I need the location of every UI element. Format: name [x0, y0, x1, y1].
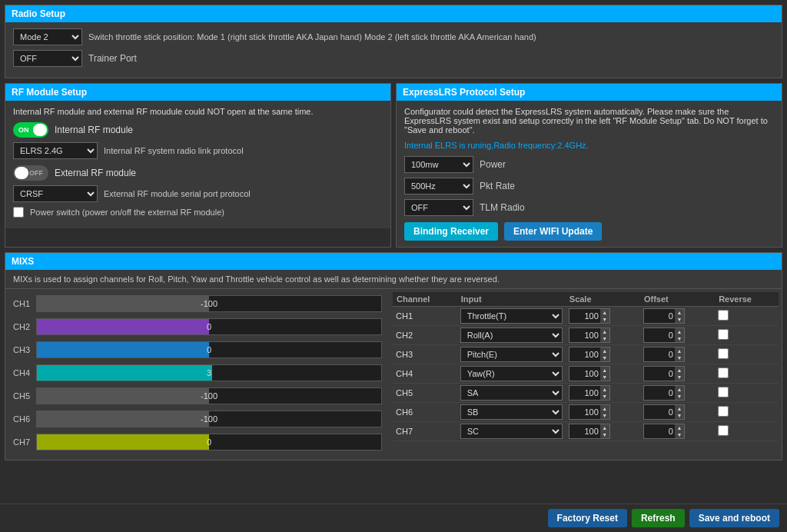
ch7-bar-row: CH7 0 — [13, 432, 382, 452]
channel-table-wrap: Channel Input Scale Offset Reverse CH1 T… — [390, 289, 782, 460]
ch1-label: CH1 — [13, 299, 36, 308]
external-protocol-select[interactable]: CRSF SBUS PPM — [13, 185, 98, 202]
ch2-scale-input[interactable] — [569, 328, 600, 342]
trainer-select[interactable]: OFF Slave Master — [13, 50, 82, 67]
ch6-bar-row: CH6 -100 — [13, 409, 382, 429]
ch1-offset-up[interactable]: ▲ — [675, 309, 684, 316]
ch6-scale-input[interactable] — [569, 405, 600, 419]
ch2-offset-input[interactable] — [644, 328, 675, 342]
ch1-scale-up[interactable]: ▲ — [600, 309, 609, 316]
ch7-offset-down[interactable]: ▼ — [675, 431, 684, 438]
power-switch-checkbox[interactable] — [13, 207, 24, 218]
ch3-offset-up[interactable]: ▲ — [675, 347, 684, 354]
ch3-bar-container: 0 — [36, 341, 382, 358]
ch2-offset-up[interactable]: ▲ — [675, 328, 684, 335]
ch1-scale-input[interactable] — [569, 309, 600, 323]
mixs-description: MIXs is used to assign channels for Roll… — [5, 270, 782, 289]
ch2-value: 0 — [207, 322, 211, 331]
ch6-scale-up[interactable]: ▲ — [600, 405, 609, 412]
internal-rf-label: Internal RF module — [55, 125, 133, 135]
factory-reset-button[interactable]: Factory Reset — [548, 509, 627, 527]
ch2-input-select[interactable]: Throttle(T)Roll(A)Pitch(E)Yaw(R)SASBSC — [460, 328, 563, 343]
ch2-offset-down[interactable]: ▼ — [675, 335, 684, 342]
ch5-input-select[interactable]: Throttle(T)Roll(A)Pitch(E)Yaw(R)SASBSC — [460, 385, 563, 401]
ch1-offset-spinbox: ▲ ▼ — [643, 308, 685, 324]
ch7-bar-container: 0 — [36, 434, 382, 451]
save-reboot-button[interactable]: Save and reboot — [689, 509, 779, 527]
ch2-reverse[interactable] — [718, 329, 729, 340]
ch2-bar-container: 0 — [36, 318, 382, 335]
channel-table: Channel Input Scale Offset Reverse CH1 T… — [393, 292, 779, 441]
table-row: CH2 Throttle(T)Roll(A)Pitch(E)Yaw(R)SASB… — [393, 326, 779, 345]
ch6-offset-input[interactable] — [644, 405, 675, 419]
ch4-scale-up[interactable]: ▲ — [600, 367, 609, 374]
internal-rf-toggle[interactable]: ON — [13, 122, 48, 138]
ch3-offset-input[interactable] — [644, 347, 675, 361]
ch6-input-select[interactable]: Throttle(T)Roll(A)Pitch(E)Yaw(R)SASBSC — [460, 404, 563, 420]
ch6-offset-down[interactable]: ▼ — [675, 412, 684, 419]
ch2-scale-up[interactable]: ▲ — [600, 328, 609, 335]
ch1-reverse[interactable] — [718, 310, 729, 321]
ch3-offset-down[interactable]: ▼ — [675, 354, 684, 361]
ch6-offset-up[interactable]: ▲ — [675, 405, 684, 412]
ch4-offset-input[interactable] — [644, 367, 675, 381]
pkt-rate-select[interactable]: 50Hz 150Hz 250Hz 500Hz — [404, 178, 473, 195]
ch6-scale-down[interactable]: ▼ — [600, 412, 609, 419]
ch3-input-select[interactable]: Throttle(T)Roll(A)Pitch(E)Yaw(R)SASBSC — [460, 347, 563, 362]
ch7-offset-up[interactable]: ▲ — [675, 424, 684, 431]
ch4-offset-down[interactable]: ▼ — [675, 374, 684, 381]
ch3-scale-input[interactable] — [569, 347, 600, 361]
enter-wifi-button[interactable]: Enter WIFI Update — [504, 222, 602, 241]
ch7-scale-input[interactable] — [569, 424, 600, 438]
row-ch2: CH2 — [393, 326, 457, 345]
ch1-input-select[interactable]: Throttle(T)Roll(A)Pitch(E)Yaw(R)SASBSC — [460, 308, 563, 324]
ch5-scale-up[interactable]: ▲ — [600, 386, 609, 393]
ch4-scale-down[interactable]: ▼ — [600, 374, 609, 381]
tlm-select[interactable]: OFF 1:2 1:4 1:8 — [404, 199, 473, 216]
internal-protocol-select[interactable]: ELRS 2.4G ELRS 900M CRSF — [13, 142, 98, 159]
external-rf-toggle[interactable]: OFF — [13, 165, 48, 181]
ch1-offset-input[interactable] — [644, 309, 675, 323]
ch5-reverse[interactable] — [718, 387, 729, 397]
ch1-offset-down[interactable]: ▼ — [675, 316, 684, 323]
ch3-scale-up[interactable]: ▲ — [600, 347, 609, 354]
ch7-reverse[interactable] — [718, 425, 729, 436]
ch2-label: CH2 — [13, 322, 36, 331]
mode-select[interactable]: Mode 1 Mode 2 Mode 3 Mode 4 — [13, 28, 82, 45]
ch5-scale-down[interactable]: ▼ — [600, 393, 609, 400]
ch7-input-select[interactable]: Throttle(T)Roll(A)Pitch(E)Yaw(R)SASBSC — [460, 424, 563, 439]
ch4-offset-up[interactable]: ▲ — [675, 367, 684, 374]
ch4-reverse[interactable] — [718, 367, 729, 378]
ch3-scale-down[interactable]: ▼ — [600, 354, 609, 361]
channel-bars: CH1 -100 CH2 0 CH3 0 — [5, 289, 390, 460]
ch6-reverse[interactable] — [718, 406, 729, 417]
ch7-offset-input[interactable] — [644, 424, 675, 438]
ch5-scale-input[interactable] — [569, 386, 600, 400]
ch6-value: -100 — [201, 414, 218, 424]
ch2-scale-down[interactable]: ▼ — [600, 335, 609, 342]
ch3-reverse[interactable] — [718, 348, 729, 359]
ch4-value: 3 — [207, 368, 211, 377]
ch7-scale-down[interactable]: ▼ — [600, 431, 609, 438]
ch1-scale-down[interactable]: ▼ — [600, 316, 609, 323]
ch5-label: CH5 — [13, 391, 36, 401]
refresh-button[interactable]: Refresh — [632, 509, 685, 527]
ch5-bar-container: -100 — [36, 387, 382, 404]
ch5-offset-input[interactable] — [644, 386, 675, 400]
ch3-label: CH3 — [13, 345, 36, 354]
row-ch1: CH1 — [393, 307, 457, 326]
col-input: Input — [457, 292, 566, 307]
mixs-section: MIXS MIXs is used to assign channels for… — [5, 252, 782, 461]
power-select[interactable]: 25mw 50mw 100mw 250mw — [404, 156, 473, 173]
binding-receiver-button[interactable]: Binding Receiver — [404, 222, 498, 241]
ch4-input-select[interactable]: Throttle(T)Roll(A)Pitch(E)Yaw(R)SASBSC — [460, 366, 563, 381]
ch7-scale-up[interactable]: ▲ — [600, 424, 609, 431]
ch4-bar-container: 3 — [36, 364, 382, 381]
footer: Factory Reset Refresh Save and reboot — [0, 504, 787, 532]
radio-setup-header: Radio Setup — [5, 5, 782, 22]
ch5-offset-up[interactable]: ▲ — [675, 386, 684, 393]
ch4-scale-input[interactable] — [569, 367, 600, 381]
ch5-offset-down[interactable]: ▼ — [675, 393, 684, 400]
rf-module-header: RF Module Setup — [5, 84, 390, 101]
expresslrs-title: ExpressLRS Protocol Setup — [403, 87, 525, 98]
